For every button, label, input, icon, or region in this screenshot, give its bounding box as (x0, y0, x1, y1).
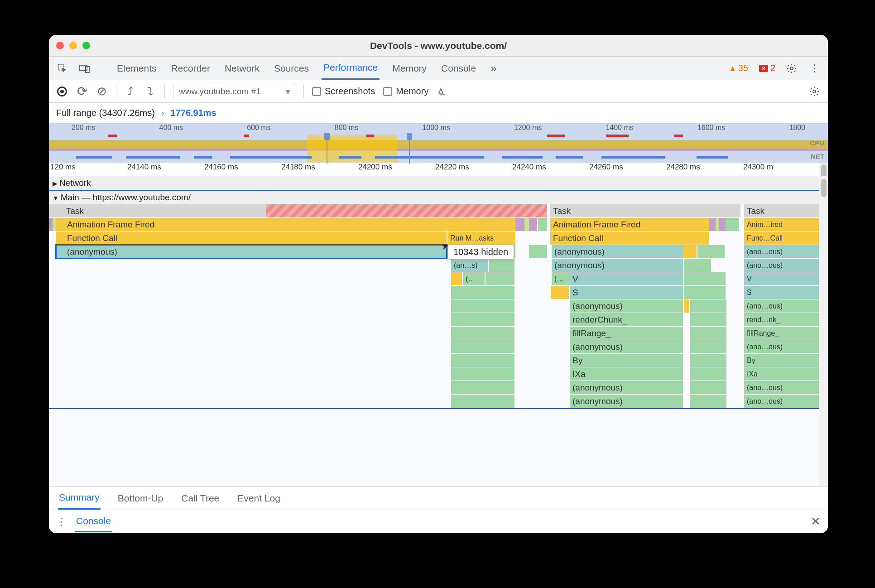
screenshots-checkbox[interactable]: Screenshots (312, 86, 375, 96)
kebab-menu-icon[interactable]: ⋮ (809, 63, 821, 74)
flame-slice[interactable] (684, 286, 726, 299)
flame-slice[interactable] (451, 354, 514, 367)
flame-renderchunk[interactable]: rend…nk_ (744, 313, 819, 326)
flame-slice[interactable] (690, 381, 726, 394)
main-track-header[interactable]: Main — https://www.youtube.com/ (49, 191, 819, 204)
flame-fillrange[interactable]: fillRange_ (570, 327, 683, 340)
flame-fillrange[interactable]: fillRange_ (744, 327, 819, 340)
flame-slice[interactable] (451, 286, 514, 299)
warnings-badge[interactable]: 35 (729, 63, 748, 73)
flame-slice[interactable] (451, 340, 514, 353)
flame-slice[interactable] (529, 218, 537, 231)
vertical-scrollbar[interactable] (819, 163, 828, 176)
tabs-overflow-icon[interactable]: » (489, 57, 498, 80)
drawer-tab-console[interactable]: Console (75, 511, 112, 532)
flame-slice[interactable] (451, 299, 514, 313)
flame-anonymous[interactable]: (ano…ous) (744, 340, 819, 353)
record-icon[interactable] (56, 86, 68, 97)
tracks-scrollbar[interactable] (819, 176, 828, 486)
flame-anonymous[interactable]: (ano…ous) (744, 381, 819, 394)
reload-record-icon[interactable] (76, 86, 88, 97)
save-profile-icon[interactable] (144, 86, 156, 97)
tab-sources[interactable]: Sources (272, 58, 311, 79)
flame-anonymous[interactable]: (ano…ous) (744, 259, 819, 272)
flame-ixa[interactable]: IXa (744, 367, 819, 381)
flame-anonymous[interactable]: (anonymous) (552, 259, 683, 272)
flame-anon-short[interactable]: (an…s) (451, 259, 488, 272)
flame-slice[interactable] (684, 272, 726, 285)
flame-slice[interactable] (684, 299, 689, 313)
flame-by[interactable]: By (570, 354, 683, 367)
flame-slice[interactable] (684, 259, 711, 272)
flame-slice[interactable] (683, 245, 697, 258)
flame-slice[interactable] (551, 286, 569, 299)
tab-event-log[interactable]: Event Log (236, 487, 281, 509)
flame-task[interactable]: Task (744, 204, 819, 217)
tab-bottom-up[interactable]: Bottom-Up (117, 487, 164, 509)
flame-function-call[interactable]: Function Call (550, 231, 709, 245)
flame-paren[interactable]: (… (552, 272, 570, 285)
close-icon[interactable] (56, 42, 64, 49)
flame-slice[interactable] (690, 313, 726, 326)
flame-anim[interactable]: Animation Frame Fired (550, 218, 709, 231)
flame-anonymous[interactable]: (anonymous) (570, 395, 683, 408)
flame-run-microtasks[interactable]: Run M…asks (447, 231, 515, 245)
flame-slice[interactable] (451, 395, 514, 408)
profile-select[interactable]: www.youtube.com #1 (173, 84, 295, 99)
flame-task[interactable]: Task (550, 204, 740, 217)
flame-slice[interactable] (451, 272, 462, 285)
clear-icon[interactable] (96, 86, 108, 97)
flame-slice[interactable] (690, 299, 726, 313)
breadcrumb-full-range[interactable]: Full range (34307.26ms) (56, 108, 155, 118)
flame-slice[interactable] (690, 327, 726, 340)
flame-anonymous[interactable]: (ano…ous) (744, 299, 819, 313)
flame-slice[interactable] (489, 259, 514, 272)
tab-performance[interactable]: Performance (322, 57, 380, 80)
flame-function-call[interactable]: Func…Call (744, 231, 819, 245)
flame-slice[interactable] (451, 327, 514, 340)
flame-paren[interactable]: (… (463, 272, 485, 285)
flame-slice[interactable] (690, 354, 726, 367)
errors-badge[interactable]: ✕2 (759, 63, 775, 73)
drawer-close-icon[interactable]: ✕ (811, 515, 821, 529)
flame-slice[interactable] (697, 245, 725, 258)
tab-call-tree[interactable]: Call Tree (180, 487, 220, 509)
tab-network[interactable]: Network (223, 58, 261, 79)
flame-slice[interactable] (690, 395, 726, 408)
drawer-kebab-icon[interactable]: ⋮ (56, 516, 66, 528)
flame-anonymous[interactable]: (anonymous) (570, 381, 683, 394)
tab-memory[interactable]: Memory (390, 58, 428, 79)
flame-slice[interactable] (486, 272, 514, 285)
detail-ruler[interactable]: 120 ms 24140 ms 24160 ms 24180 ms 24200 … (49, 163, 819, 176)
tab-summary[interactable]: Summary (58, 487, 101, 510)
capture-settings-icon[interactable] (809, 86, 821, 97)
memory-checkbox[interactable]: Memory (383, 86, 428, 96)
settings-icon[interactable] (786, 63, 798, 74)
flame-anonymous[interactable]: (anonymous) (552, 245, 683, 258)
maximize-icon[interactable] (82, 42, 90, 49)
flame-ixa[interactable]: IXa (570, 367, 683, 381)
minimize-icon[interactable] (69, 42, 77, 49)
garbage-collect-icon[interactable] (437, 86, 448, 97)
flame-slice[interactable] (690, 367, 726, 381)
flame-anim[interactable]: Animation Frame Fired (56, 218, 515, 231)
flame-v[interactable]: V (570, 272, 683, 285)
flame-slice[interactable] (515, 218, 524, 231)
flame-by[interactable]: By (744, 354, 819, 367)
flame-s[interactable]: S (570, 286, 683, 299)
overview-handle-right[interactable] (407, 133, 412, 140)
flame-slice[interactable] (529, 245, 547, 258)
flame-anonymous[interactable]: (ano…ous) (744, 395, 819, 408)
flame-function-call[interactable]: Function Call (56, 231, 447, 245)
flame-slice[interactable] (451, 367, 514, 381)
flame-anonymous[interactable]: (anonymous) (570, 340, 683, 353)
flame-slice[interactable] (726, 218, 739, 231)
inspect-element-icon[interactable] (56, 63, 68, 74)
flame-slice[interactable] (538, 218, 547, 231)
flamechart-tracks[interactable]: Network Main — https://www.youtube.com/ … (49, 176, 819, 486)
load-profile-icon[interactable] (125, 86, 136, 97)
flame-anonymous[interactable]: (anonymous) (570, 299, 683, 313)
tab-console[interactable]: Console (439, 58, 478, 79)
flame-slice[interactable] (690, 340, 726, 353)
flame-slice[interactable] (451, 313, 514, 326)
